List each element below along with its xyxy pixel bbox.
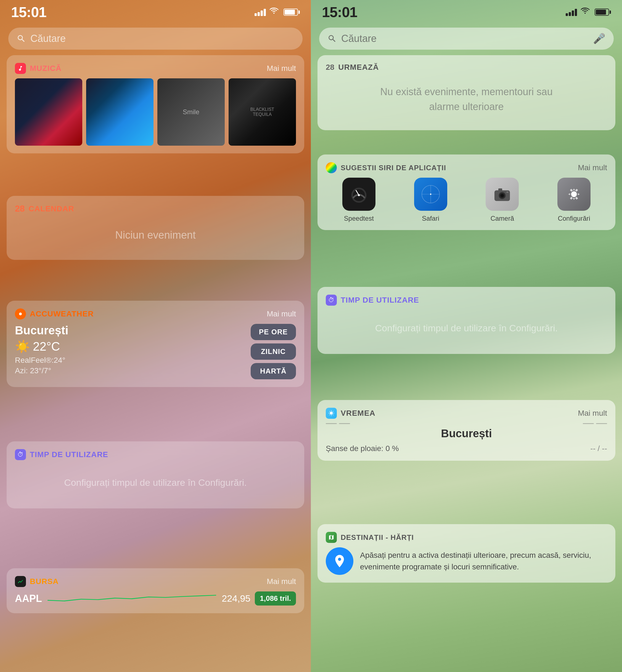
siri-more[interactable]: Mai mult [578,163,607,172]
calendar-day-number: 28 [15,203,25,214]
camera-label: Cameră [491,215,514,222]
weather-top-lines [326,423,607,424]
screentime-widget-right: ⏱ TIMP DE UTILIZARE Configurați timpul d… [317,287,615,354]
bursa-icon [15,576,26,587]
settings-icon [557,178,590,211]
stock-cap: 1,086 tril. [255,592,296,605]
stock-name: AAPL [15,593,42,604]
screentime-right-header: ⏱ TIMP DE UTILIZARE [326,295,607,306]
screentime-left-config: Configurați timpul de utilizare în Confi… [15,464,296,501]
weather-left: București ☀️ 22°C RealFeel®:24° Azi: 23°… [15,324,68,377]
vremea-content: București Șanse de ploaie: 0 % -- / -- [326,423,607,453]
svg-rect-15 [507,191,509,193]
search-placeholder-right: Căutare [341,33,589,44]
svg-point-13 [501,194,504,197]
weather-btn-hourly[interactable]: PE ORE [251,324,296,340]
vremea-rain: Șanse de ploaie: 0 % [326,444,399,453]
weather-content: București ☀️ 22°C RealFeel®:24° Azi: 23°… [15,324,296,379]
bursa-title: BURSA [30,577,59,586]
music-widget-title: MUZICĂ [30,64,62,73]
screentime-right-title: TIMP DE UTILIZARE [341,296,419,304]
siri-icon [326,162,337,173]
siri-widget-title: SUGESTII SIRI DE APLICAȚII [341,163,446,172]
bursa-header: BURSA Mai mult [15,576,296,587]
search-icon-right [327,34,337,43]
destinatii-header: DESTINAȚII - HĂRȚI [326,532,607,543]
siri-suggestions-widget: SUGESTII SIRI DE APLICAȚII Mai mult Spee… [317,154,615,230]
calendar-widget: 28 CALENDAR Niciun eveniment [7,196,304,260]
destinatii-widget-title: DESTINAȚII - HĂRȚI [341,533,414,542]
status-bar-left: 15:01 [0,0,311,24]
destinatii-content[interactable]: Apăsați pentru a activa destinații ulter… [326,547,607,575]
accuweather-title: ACCUWEATHER [30,309,94,319]
mic-icon-right[interactable]: 🎤 [593,33,606,44]
status-time-right: 15:01 [322,4,357,21]
search-bar-right[interactable]: Căutare 🎤 [319,28,614,50]
urmeaza-widget: 28 URMEAZĂ Nu există evenimente, memento… [317,55,615,130]
wifi-icon-right [581,7,591,17]
vremea-widget-title: VREMEA [341,409,376,418]
maps-icon [326,532,337,543]
bursa-more[interactable]: Mai mult [267,577,296,586]
urmeaza-no-events: Nu există evenimente, mementouri sau ala… [326,76,607,122]
music-title-row: MUZICĂ [15,63,62,74]
calendar-no-event: Niciun eveniment [15,218,296,252]
vremea-temp-range: -- / -- [590,444,607,453]
siri-title-row: SUGESTII SIRI DE APLICAȚII [326,162,446,173]
weather-btn-daily[interactable]: ZILNIC [251,343,296,360]
vremea-header: VREMEA Mai mult [326,408,607,419]
weather-btn-map[interactable]: HARTĂ [251,363,296,379]
screentime-left-title-row: ⏱ TIMP DE UTILIZARE [15,449,108,460]
calendar-widget-title: CALENDAR [29,204,74,213]
weather-temp: 22°C [33,340,60,353]
battery-icon-right [595,8,611,16]
album-4[interactable]: BLACKLISTTEQUILA [229,78,296,146]
urmeaza-title: URMEAZĂ [338,63,379,72]
status-bar-right: 15:01 [311,0,622,24]
search-bar-left[interactable]: Căutare [8,28,303,50]
accuweather-more[interactable]: Mai mult [267,309,296,319]
destinatii-widget: DESTINAȚII - HĂRȚI Apăsați pentru a acti… [317,524,615,583]
album-2[interactable] [86,78,153,146]
siri-header: SUGESTII SIRI DE APLICAȚII Mai mult [326,162,607,173]
vremea-city: București [326,427,607,440]
app-item-speedtest[interactable]: Speedtest [326,178,392,222]
urmeaza-header: 28 URMEAZĂ [326,63,607,72]
music-icon [15,63,26,74]
signal-icon-right [566,8,577,16]
weather-temp-row: ☀️ 22°C [15,339,68,353]
right-panel: 15:01 Căutare [311,0,622,672]
safari-label: Safari [422,215,439,222]
app-item-safari[interactable]: Safari [398,178,464,222]
app-item-settings[interactable]: Configurări [541,178,607,222]
status-icons-left [254,7,300,17]
calendar-widget-header: 28 CALENDAR [15,203,296,214]
album-1[interactable] [15,78,82,146]
signal-icon-left [254,8,266,16]
status-time-left: 15:01 [11,4,46,21]
accuweather-widget: ACCUWEATHER Mai mult București ☀️ 22°C R… [7,301,304,387]
screentime-left-header: ⏱ TIMP DE UTILIZARE [15,449,296,460]
camera-icon [486,178,519,211]
urmeaza-day-number: 28 [326,63,334,72]
screentime-right-title-row: ⏱ TIMP DE UTILIZARE [326,295,419,306]
screentime-icon-left: ⏱ [15,449,26,460]
music-widget-header: MUZICĂ Mai mult [15,63,296,74]
search-icon-left [16,34,26,43]
bursa-title-row: BURSA [15,576,59,587]
app-grid: Speedtest Safari [326,178,607,222]
music-widget-more[interactable]: Mai mult [267,64,296,73]
accuweather-title-row: ACCUWEATHER [15,308,94,320]
left-panel: 15:01 Căutare [0,0,311,672]
screentime-right-config: Configurați timpul de utilizare în Confi… [326,310,607,346]
accuweather-header: ACCUWEATHER Mai mult [15,308,296,320]
speedtest-icon [342,178,376,211]
app-item-camera[interactable]: Cameră [469,178,535,222]
safari-icon [414,178,447,211]
vremea-more[interactable]: Mai mult [578,409,607,418]
album-3[interactable]: Smile [158,78,225,146]
stock-chart [47,593,216,605]
album-grid: Smile BLACKLISTTEQUILA [15,78,296,146]
weather-buttons: PE ORE ZILNIC HARTĂ [251,324,296,379]
stock-row: AAPL 224,95 1,086 tril. [15,592,296,605]
